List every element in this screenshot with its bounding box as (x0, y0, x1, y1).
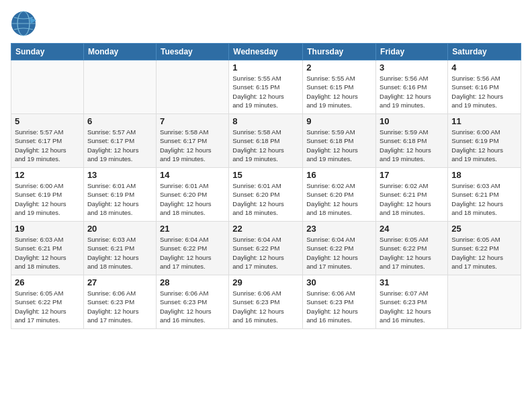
calendar-cell: 16Sunrise: 6:02 AM Sunset: 6:20 PM Dayli… (303, 168, 376, 222)
calendar-cell: 20Sunrise: 6:03 AM Sunset: 6:21 PM Dayli… (83, 222, 156, 275)
day-number: 16 (306, 170, 372, 180)
logo (11, 11, 36, 36)
calendar-table: SundayMondayTuesdayWednesdayThursdayFrid… (11, 43, 521, 329)
calendar-cell: 11Sunrise: 6:00 AM Sunset: 6:19 PM Dayli… (448, 114, 521, 168)
day-number: 4 (451, 62, 517, 73)
day-info: Sunrise: 6:05 AM Sunset: 6:22 PM Dayligh… (15, 289, 80, 324)
day-info: Sunrise: 6:00 AM Sunset: 6:19 PM Dayligh… (15, 181, 80, 217)
calendar-cell: 14Sunrise: 6:01 AM Sunset: 6:20 PM Dayli… (156, 168, 228, 222)
day-number: 27 (87, 277, 152, 287)
day-info: Sunrise: 5:55 AM Sunset: 6:15 PM Dayligh… (232, 74, 299, 109)
day-number: 25 (451, 224, 517, 234)
day-info: Sunrise: 6:04 AM Sunset: 6:22 PM Dayligh… (160, 235, 225, 271)
weekday-header-friday: Friday (376, 44, 448, 60)
day-info: Sunrise: 6:04 AM Sunset: 6:22 PM Dayligh… (232, 235, 299, 271)
calendar-cell: 10Sunrise: 5:59 AM Sunset: 6:18 PM Dayli… (376, 114, 448, 168)
day-info: Sunrise: 6:07 AM Sunset: 6:23 PM Dayligh… (380, 289, 444, 324)
day-number: 2 (306, 62, 372, 73)
day-info: Sunrise: 6:01 AM Sunset: 6:19 PM Dayligh… (87, 181, 152, 217)
day-info: Sunrise: 5:59 AM Sunset: 6:18 PM Dayligh… (380, 128, 444, 163)
day-number: 23 (306, 224, 372, 234)
calendar-cell (11, 60, 84, 114)
weekday-header-wednesday: Wednesday (229, 44, 303, 60)
calendar-cell: 12Sunrise: 6:00 AM Sunset: 6:19 PM Dayli… (11, 168, 84, 222)
weekday-header-monday: Monday (83, 44, 156, 60)
header (11, 11, 521, 36)
day-info: Sunrise: 6:05 AM Sunset: 6:22 PM Dayligh… (451, 235, 517, 271)
calendar-cell: 17Sunrise: 6:02 AM Sunset: 6:21 PM Dayli… (376, 168, 448, 222)
day-info: Sunrise: 6:06 AM Sunset: 6:23 PM Dayligh… (87, 289, 152, 324)
calendar-cell: 9Sunrise: 5:59 AM Sunset: 6:18 PM Daylig… (303, 114, 376, 168)
day-number: 1 (232, 62, 299, 73)
calendar-cell: 21Sunrise: 6:04 AM Sunset: 6:22 PM Dayli… (156, 222, 228, 275)
calendar-cell (448, 275, 521, 329)
calendar-cell (156, 60, 228, 114)
calendar-week-0: 1Sunrise: 5:55 AM Sunset: 6:15 PM Daylig… (11, 60, 521, 114)
day-number: 19 (15, 224, 80, 234)
calendar-cell: 27Sunrise: 6:06 AM Sunset: 6:23 PM Dayli… (83, 275, 156, 329)
calendar-cell: 19Sunrise: 6:03 AM Sunset: 6:21 PM Dayli… (11, 222, 84, 275)
weekday-header-tuesday: Tuesday (156, 44, 228, 60)
day-number: 5 (15, 116, 80, 126)
weekday-header-thursday: Thursday (303, 44, 376, 60)
day-info: Sunrise: 6:03 AM Sunset: 6:21 PM Dayligh… (451, 181, 517, 217)
day-number: 18 (451, 170, 517, 180)
globe-icon (11, 11, 36, 36)
weekday-header-row: SundayMondayTuesdayWednesdayThursdayFrid… (11, 44, 521, 60)
day-info: Sunrise: 5:58 AM Sunset: 6:18 PM Dayligh… (232, 128, 299, 163)
day-info: Sunrise: 6:02 AM Sunset: 6:21 PM Dayligh… (380, 181, 444, 217)
calendar-cell: 7Sunrise: 5:58 AM Sunset: 6:17 PM Daylig… (156, 114, 228, 168)
day-info: Sunrise: 6:03 AM Sunset: 6:21 PM Dayligh… (15, 235, 80, 271)
day-info: Sunrise: 6:04 AM Sunset: 6:22 PM Dayligh… (306, 235, 372, 271)
day-number: 11 (451, 116, 517, 126)
calendar-cell: 2Sunrise: 5:55 AM Sunset: 6:15 PM Daylig… (303, 60, 376, 114)
calendar-week-2: 12Sunrise: 6:00 AM Sunset: 6:19 PM Dayli… (11, 168, 521, 222)
day-number: 3 (380, 62, 444, 73)
day-info: Sunrise: 5:57 AM Sunset: 6:17 PM Dayligh… (87, 128, 152, 163)
day-number: 9 (306, 116, 372, 126)
day-info: Sunrise: 5:56 AM Sunset: 6:16 PM Dayligh… (451, 74, 517, 109)
day-info: Sunrise: 6:06 AM Sunset: 6:23 PM Dayligh… (232, 289, 299, 324)
calendar-cell: 23Sunrise: 6:04 AM Sunset: 6:22 PM Dayli… (303, 222, 376, 275)
day-number: 13 (87, 170, 152, 180)
day-info: Sunrise: 5:55 AM Sunset: 6:15 PM Dayligh… (306, 74, 372, 109)
calendar-cell: 1Sunrise: 5:55 AM Sunset: 6:15 PM Daylig… (229, 60, 303, 114)
calendar-cell: 26Sunrise: 6:05 AM Sunset: 6:22 PM Dayli… (11, 275, 84, 329)
page: SundayMondayTuesdayWednesdayThursdayFrid… (0, 0, 532, 411)
day-info: Sunrise: 5:59 AM Sunset: 6:18 PM Dayligh… (306, 128, 372, 163)
calendar-cell: 6Sunrise: 5:57 AM Sunset: 6:17 PM Daylig… (83, 114, 156, 168)
day-info: Sunrise: 6:02 AM Sunset: 6:20 PM Dayligh… (306, 181, 372, 217)
calendar-cell: 31Sunrise: 6:07 AM Sunset: 6:23 PM Dayli… (376, 275, 448, 329)
calendar-cell: 15Sunrise: 6:01 AM Sunset: 6:20 PM Dayli… (229, 168, 303, 222)
day-info: Sunrise: 5:58 AM Sunset: 6:17 PM Dayligh… (160, 128, 225, 163)
day-number: 24 (380, 224, 444, 234)
calendar-week-4: 26Sunrise: 6:05 AM Sunset: 6:22 PM Dayli… (11, 275, 521, 329)
calendar-cell: 28Sunrise: 6:06 AM Sunset: 6:23 PM Dayli… (156, 275, 228, 329)
day-number: 10 (380, 116, 444, 126)
weekday-header-sunday: Sunday (11, 44, 84, 60)
calendar-cell: 8Sunrise: 5:58 AM Sunset: 6:18 PM Daylig… (229, 114, 303, 168)
day-number: 15 (232, 170, 299, 180)
day-info: Sunrise: 5:56 AM Sunset: 6:16 PM Dayligh… (380, 74, 444, 109)
calendar-cell: 3Sunrise: 5:56 AM Sunset: 6:16 PM Daylig… (376, 60, 448, 114)
day-number: 14 (160, 170, 225, 180)
weekday-header-saturday: Saturday (448, 44, 521, 60)
day-number: 21 (160, 224, 225, 234)
calendar-cell: 25Sunrise: 6:05 AM Sunset: 6:22 PM Dayli… (448, 222, 521, 275)
day-number: 8 (232, 116, 299, 126)
day-info: Sunrise: 5:57 AM Sunset: 6:17 PM Dayligh… (15, 128, 80, 163)
day-number: 30 (306, 277, 372, 287)
calendar-cell: 22Sunrise: 6:04 AM Sunset: 6:22 PM Dayli… (229, 222, 303, 275)
day-info: Sunrise: 6:01 AM Sunset: 6:20 PM Dayligh… (160, 181, 225, 217)
calendar-cell: 24Sunrise: 6:05 AM Sunset: 6:22 PM Dayli… (376, 222, 448, 275)
day-number: 20 (87, 224, 152, 234)
day-number: 31 (380, 277, 444, 287)
day-number: 26 (15, 277, 80, 287)
day-info: Sunrise: 6:06 AM Sunset: 6:23 PM Dayligh… (160, 289, 225, 324)
day-number: 22 (232, 224, 299, 234)
calendar-cell: 5Sunrise: 5:57 AM Sunset: 6:17 PM Daylig… (11, 114, 84, 168)
calendar-cell: 18Sunrise: 6:03 AM Sunset: 6:21 PM Dayli… (448, 168, 521, 222)
calendar-week-1: 5Sunrise: 5:57 AM Sunset: 6:17 PM Daylig… (11, 114, 521, 168)
day-number: 17 (380, 170, 444, 180)
calendar-cell (83, 60, 156, 114)
